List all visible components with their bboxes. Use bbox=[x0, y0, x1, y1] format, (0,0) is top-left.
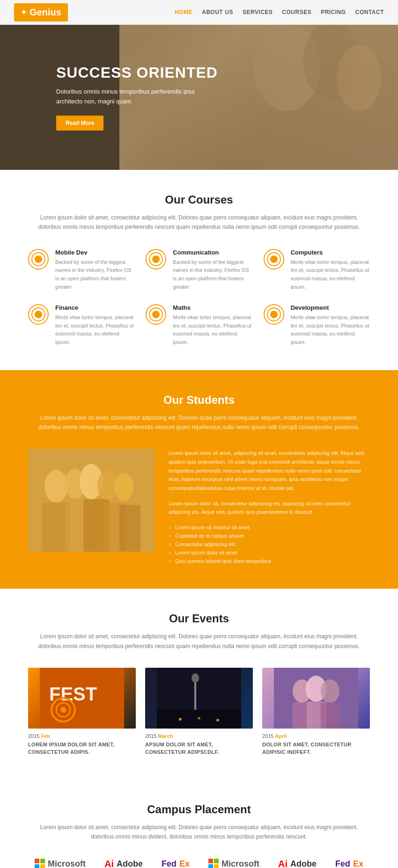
svg-rect-14 bbox=[119, 505, 140, 552]
adobe-label: Adobe bbox=[117, 859, 143, 868]
campus-logo: Ai Adobe bbox=[278, 859, 317, 868]
logo-icon: ✦ bbox=[21, 8, 27, 17]
nav-contact[interactable]: CONTACT bbox=[355, 9, 384, 15]
event-month: March bbox=[158, 733, 173, 739]
students-image bbox=[28, 449, 155, 552]
fedex-label-1: Fed bbox=[335, 859, 350, 868]
nav-home[interactable]: HOME bbox=[175, 9, 192, 15]
svg-rect-37 bbox=[40, 864, 45, 868]
svg-point-25 bbox=[198, 717, 200, 720]
courses-grid: Mobile Dev Backed by some of the biggest… bbox=[28, 249, 370, 347]
hero-subtitle: Doloribus omnis minus temporibus perfere… bbox=[56, 87, 206, 107]
students-title: Our Students bbox=[28, 394, 370, 407]
course-item: Communication Backed by some of the bigg… bbox=[146, 249, 252, 291]
event-item: 2015 March APSUM DOLOR SIT AMET, CONSECT… bbox=[145, 668, 253, 756]
list-item: Lorem ipsum sit mabitur sit amet bbox=[169, 523, 370, 532]
course-desc: Morbi vitae tortor tempus, placerat leo … bbox=[55, 314, 134, 346]
course-icon bbox=[28, 249, 49, 270]
microsoft-label: Microsoft bbox=[221, 859, 259, 868]
campus-desc: Lorem ipsum dolor sit amet, consectetur … bbox=[35, 823, 363, 842]
header: ✦ Genius HOME ABOUT US SERVICES COURSES … bbox=[0, 0, 398, 25]
logo[interactable]: ✦ Genius bbox=[14, 3, 68, 22]
hero-title: SUCCESS ORIENTED bbox=[56, 64, 218, 81]
svg-rect-40 bbox=[208, 864, 213, 868]
list-item: Lorem ipsum dolor sit amet bbox=[169, 548, 370, 557]
events-section: Our Events Lorem ipsum dolor sit amet, c… bbox=[0, 589, 398, 780]
course-text: Mobile Dev Backed by some of the biggest… bbox=[55, 249, 134, 291]
adobe-logo: Ai Adobe bbox=[278, 859, 317, 868]
event-month: Feb bbox=[41, 733, 51, 739]
svg-point-5 bbox=[44, 470, 68, 503]
course-text: Development Morbi vitae tortor tempus, p… bbox=[291, 304, 370, 346]
event-image-concert bbox=[145, 668, 253, 729]
ring-inner bbox=[270, 311, 278, 318]
course-icon bbox=[146, 304, 166, 325]
adobe-symbol: Ai bbox=[278, 859, 287, 868]
campus-logos: Microsoft Ai Adobe FedEx Microsoft Ai Ad… bbox=[28, 859, 370, 868]
campus-logo: Microsoft bbox=[35, 859, 86, 868]
svg-rect-35 bbox=[40, 859, 45, 863]
svg-rect-38 bbox=[208, 859, 213, 863]
ring-inner bbox=[35, 255, 42, 263]
list-item: Consectetur adipiscing elit bbox=[169, 540, 370, 548]
courses-desc: Lorem ipsum dolor sit amet, consectetur … bbox=[35, 213, 363, 232]
event-month: April bbox=[275, 733, 287, 739]
course-text: Communication Backed by some of the bigg… bbox=[173, 249, 252, 291]
microsoft-logo: Microsoft bbox=[35, 859, 86, 868]
hero-content: SUCCESS ORIENTED Doloribus omnis minus t… bbox=[28, 45, 246, 150]
campus-section: Campus Placement Lorem ipsum dolor sit a… bbox=[0, 780, 398, 868]
logo-text: Genius bbox=[29, 7, 61, 18]
svg-point-24 bbox=[179, 718, 182, 721]
ring-inner bbox=[152, 255, 160, 263]
event-date: 2015 Feb bbox=[28, 733, 136, 739]
svg-point-19 bbox=[60, 707, 66, 713]
course-title: Computers bbox=[291, 249, 370, 256]
course-desc: Backed by some of the biggest names in t… bbox=[173, 258, 252, 291]
event-title: DOLOR SIT AMET, CONSECTETUR ADIPISIC IND… bbox=[262, 741, 370, 756]
read-more-button[interactable]: Read More bbox=[56, 116, 103, 131]
events-title: Our Events bbox=[28, 612, 370, 625]
campus-title: Campus Placement bbox=[28, 803, 370, 816]
list-item: Quo usemos lobtest quis diam temporibus bbox=[169, 557, 370, 565]
nav-pricing[interactable]: PRICING bbox=[321, 9, 346, 15]
adobe-logo: Ai Adobe bbox=[104, 859, 143, 868]
event-item: 2015 April DOLOR SIT AMET, CONSECTETUR A… bbox=[262, 668, 370, 756]
course-icon bbox=[264, 304, 284, 325]
course-item: Mobile Dev Backed by some of the biggest… bbox=[28, 249, 134, 291]
microsoft-logo: Microsoft bbox=[208, 859, 259, 868]
students-list: Lorem ipsum sit mabitur sit ametCupidata… bbox=[169, 523, 370, 565]
svg-point-3 bbox=[337, 44, 381, 111]
fedex-label-1: Fed bbox=[162, 859, 177, 868]
students-content: Lorem ipsum dolor sit amet, adipiscing s… bbox=[28, 449, 370, 565]
nav-services[interactable]: SERVICES bbox=[243, 9, 273, 15]
campus-logo: FedEx bbox=[162, 859, 190, 868]
event-title: LOREM IPSUM DOLOR SIT AMET, CONSECTETUR … bbox=[28, 741, 136, 756]
event-date: 2015 March bbox=[145, 733, 253, 739]
course-icon bbox=[146, 249, 166, 270]
svg-point-26 bbox=[216, 719, 219, 722]
nav-about[interactable]: ABOUT US bbox=[202, 9, 233, 15]
course-title: Finance bbox=[55, 304, 134, 311]
fedex-logo: FedEx bbox=[162, 859, 190, 868]
event-image-fest: FEST bbox=[28, 668, 136, 729]
svg-rect-36 bbox=[35, 864, 39, 868]
students-desc: Lorem ipsum dolor sit amet, consectetur … bbox=[35, 413, 363, 432]
fedex-label-2: Ex bbox=[179, 859, 190, 868]
course-text: Computers Morbi vitae tortor tempus, pla… bbox=[291, 249, 370, 291]
event-date: 2015 April bbox=[262, 733, 370, 739]
course-desc: Morbi vitae tortor tempus, placerat leo … bbox=[291, 314, 370, 346]
course-item: Computers Morbi vitae tortor tempus, pla… bbox=[264, 249, 370, 291]
campus-logo: Ai Adobe bbox=[104, 859, 143, 868]
nav-courses[interactable]: COURSES bbox=[282, 9, 311, 15]
event-image-students bbox=[262, 668, 370, 729]
list-item: Cupidatat de et natque aliquet bbox=[169, 532, 370, 540]
courses-title: Our Courses bbox=[28, 193, 370, 206]
fedex-label-2: Ex bbox=[353, 859, 363, 868]
svg-rect-34 bbox=[35, 859, 39, 863]
course-desc: Backed by some of the biggest names in t… bbox=[55, 258, 134, 291]
hero-section: SUCCESS ORIENTED Doloribus omnis minus t… bbox=[0, 25, 398, 170]
fedex-logo: FedEx bbox=[335, 859, 363, 868]
course-item: Development Morbi vitae tortor tempus, p… bbox=[264, 304, 370, 346]
ring-inner bbox=[270, 255, 278, 263]
main-nav: HOME ABOUT US SERVICES COURSES PRICING C… bbox=[175, 9, 384, 15]
